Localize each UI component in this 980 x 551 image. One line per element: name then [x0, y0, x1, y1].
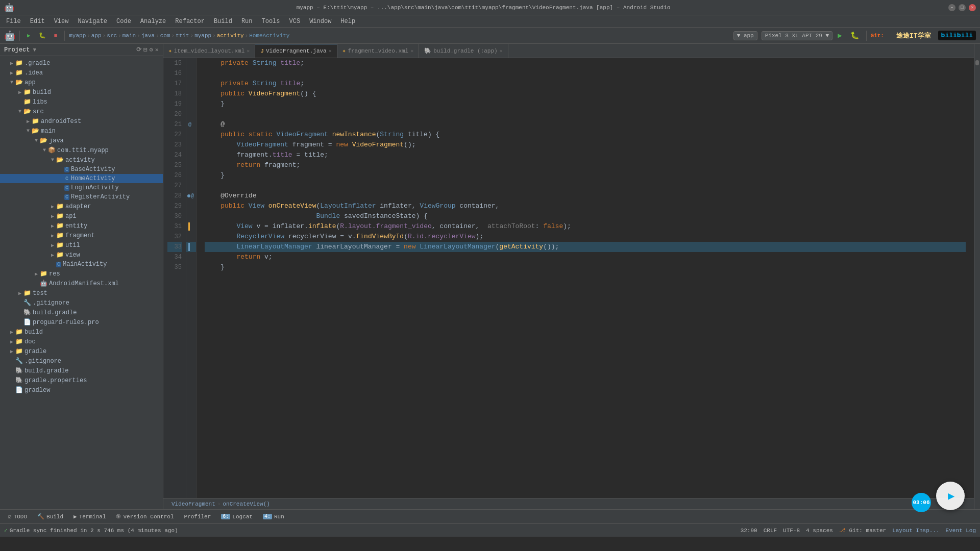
tree-item-app[interactable]: ▼ 📂 app	[0, 78, 163, 87]
menu-edit[interactable]: Edit	[26, 17, 49, 26]
toolbar-debug-button[interactable]: 🐛	[36, 31, 49, 40]
tree-item-idea[interactable]: ▶ 📁 .idea	[0, 68, 163, 78]
close-button[interactable]: ✕	[969, 4, 976, 11]
tree-item-gradlew[interactable]: 📄 gradlew	[0, 385, 163, 395]
tree-item-view[interactable]: ▶ 📁 view	[0, 250, 163, 260]
bottom-tab-terminal[interactable]: ▶ Terminal	[69, 512, 110, 521]
breadcrumb-activity[interactable]: activity	[217, 33, 244, 39]
toolbar-stop-button[interactable]: ■	[51, 32, 61, 40]
breadcrumb-java[interactable]: java	[141, 33, 155, 39]
layout-inspector[interactable]: Layout Insp...	[892, 528, 939, 534]
tree-item-test[interactable]: ▶ 📁 test	[0, 288, 163, 298]
breadcrumb-com[interactable]: com	[160, 33, 170, 39]
tree-item-fragment[interactable]: ▶ 📁 fragment	[0, 231, 163, 240]
code-lines[interactable]: private String title; private String tit…	[197, 58, 974, 498]
bottom-tab-vcs[interactable]: ⑨ Version Control	[112, 512, 178, 521]
sidebar-collapse-icon[interactable]: ⊟	[143, 46, 147, 54]
breadcrumb-myapp2[interactable]: myapp	[194, 33, 211, 39]
tree-item-gradle[interactable]: ▶ 📁 .gradle	[0, 58, 163, 68]
video-play-button[interactable]: ▶	[936, 482, 965, 510]
tree-item-package[interactable]: ▼ 📦 com.ttit.myapp	[0, 145, 163, 155]
tree-item-main[interactable]: ▼ 📂 main	[0, 126, 163, 136]
indent-info[interactable]: 4 spaces	[806, 528, 833, 534]
tab-build-gradle[interactable]: 🐘 build.gradle (:app) ✕	[419, 44, 508, 58]
tab-close[interactable]: ✕	[329, 48, 332, 54]
tree-item-activity[interactable]: ▼ 📂 activity	[0, 155, 163, 165]
menu-vcs[interactable]: VCS	[285, 17, 305, 26]
tree-item-mainactivity[interactable]: C MainActivity	[0, 260, 163, 269]
menu-window[interactable]: Window	[305, 17, 335, 26]
tree-item-buildgradle-root[interactable]: 🐘 build.gradle	[0, 366, 163, 375]
tab-close[interactable]: ✕	[410, 48, 413, 54]
line-ending[interactable]: CRLF	[764, 528, 777, 534]
sidebar-settings-icon[interactable]: ⚙	[150, 46, 153, 54]
sidebar-sync-icon[interactable]: ⟳	[136, 46, 141, 54]
menu-help[interactable]: Help	[336, 17, 359, 26]
breadcrumb-app[interactable]: app	[91, 33, 102, 39]
tree-item-androidtest[interactable]: ▶ 📁 androidTest	[0, 116, 163, 126]
bottom-tab-build[interactable]: 🔨 Build	[33, 512, 67, 521]
tab-item-video-layout[interactable]: ✦ item_video_layout.xml ✕	[163, 44, 255, 58]
sidebar-close-icon[interactable]: ✕	[155, 46, 159, 54]
toolbar-debug-app[interactable]: 🐛	[847, 30, 862, 41]
tree-item-src[interactable]: ▼ 📂 src	[0, 107, 163, 116]
scroll-indicator[interactable]	[974, 44, 980, 509]
breadcrumb-homeactivity[interactable]: HomeActivity	[249, 33, 289, 39]
breadcrumb-src[interactable]: src	[107, 33, 117, 39]
tab-close[interactable]: ✕	[247, 48, 250, 54]
menu-file[interactable]: File	[2, 17, 25, 26]
bottom-tab-todo[interactable]: ☑ TODO	[4, 512, 31, 521]
tree-item-doc[interactable]: ▶ 📁 doc	[0, 337, 163, 346]
tree-item-proguard[interactable]: 📄 proguard-rules.pro	[0, 317, 163, 327]
menu-view[interactable]: View	[50, 17, 73, 26]
menu-refactor[interactable]: Refactor	[171, 17, 209, 26]
tree-item-build-root[interactable]: ▶ 📁 build	[0, 327, 163, 337]
tree-item-buildgradle-app[interactable]: 🐘 build.gradle	[0, 308, 163, 317]
code-editor[interactable]: 15 16 17 18 19 20 21 22 23 24 25 26 27 2…	[163, 58, 974, 498]
tree-item-util[interactable]: ▶ 📁 util	[0, 240, 163, 250]
tree-item-libs[interactable]: 📁 libs	[0, 97, 163, 107]
menu-run[interactable]: Run	[237, 17, 257, 26]
breadcrumb-ttit[interactable]: ttit	[176, 33, 189, 39]
bottom-tab-profiler[interactable]: Profiler	[180, 512, 215, 521]
tree-item-api[interactable]: ▶ 📁 api	[0, 211, 163, 221]
menu-code[interactable]: Code	[112, 17, 135, 26]
cursor-position[interactable]: 32:90	[741, 528, 757, 534]
device-selector-pixel[interactable]: Pixel 3 XL API 29 ▼	[762, 31, 832, 40]
toolbar-run-button[interactable]: ▶	[24, 31, 34, 40]
tree-item-loginactivity[interactable]: C LoginActivity	[0, 183, 163, 192]
tree-item-registeractivity[interactable]: C RegisterActivity	[0, 192, 163, 202]
menu-analyze[interactable]: Analyze	[136, 17, 170, 26]
git-branch[interactable]: ⎇ Git: master	[839, 527, 886, 534]
breadcrumb-myapp[interactable]: myapp	[69, 33, 86, 39]
bottom-tab-run[interactable]: 4: Run	[259, 512, 288, 521]
encoding[interactable]: UTF-8	[783, 528, 800, 534]
tree-item-homeactivity[interactable]: C HomeActivity	[0, 174, 163, 183]
tab-fragment-video[interactable]: ✦ fragment_video.xml ✕	[337, 44, 419, 58]
bili-toolbar[interactable]: bilibili	[938, 31, 976, 40]
breadcrumb-item-videofragment[interactable]: VideoFragment	[172, 501, 215, 507]
tree-item-res[interactable]: ▶ 📁 res	[0, 269, 163, 279]
breadcrumb-item-oncreateview[interactable]: onCreateView()	[223, 501, 270, 507]
tree-item-baseactivity[interactable]: C BaseActivity	[0, 165, 163, 174]
tab-close[interactable]: ✕	[500, 48, 503, 54]
tree-item-adapter[interactable]: ▶ 📁 adapter	[0, 202, 163, 211]
menu-tools[interactable]: Tools	[258, 17, 284, 26]
tree-item-manifest[interactable]: 🤖 AndroidManifest.xml	[0, 279, 163, 288]
minimize-button[interactable]: –	[948, 4, 955, 11]
menu-build[interactable]: Build	[210, 17, 236, 26]
event-log[interactable]: Event Log	[946, 528, 976, 534]
maximize-button[interactable]: □	[959, 4, 966, 11]
tree-item-java[interactable]: ▼ 📂 java	[0, 136, 163, 145]
breadcrumb-main[interactable]: main	[122, 33, 136, 39]
toolbar-run-app[interactable]: ▶	[835, 30, 845, 41]
tree-item-gradle-props[interactable]: 🐘 gradle.properties	[0, 375, 163, 385]
device-selector-app[interactable]: ▼ app	[733, 31, 757, 40]
tree-item-gitignore-root[interactable]: 🔧 .gitignore	[0, 356, 163, 366]
tree-item-gradle-root[interactable]: ▶ 📁 gradle	[0, 346, 163, 356]
tree-item-entity[interactable]: ▶ 📁 entity	[0, 221, 163, 231]
tab-videofragment[interactable]: J VideoFragment.java ✕	[255, 44, 337, 58]
tree-item-build[interactable]: ▶ 📁 build	[0, 87, 163, 97]
tree-item-gitignore-app[interactable]: 🔧 .gitignore	[0, 298, 163, 308]
bottom-tab-logcat[interactable]: 6: Logcat	[217, 512, 257, 521]
